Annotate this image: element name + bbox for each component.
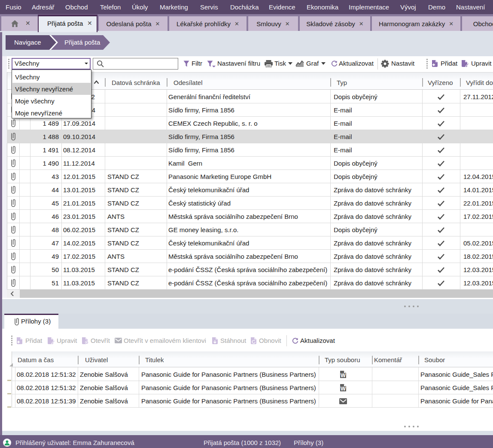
svg-text:W: W — [341, 372, 346, 378]
svg-text:W: W — [341, 386, 346, 392]
